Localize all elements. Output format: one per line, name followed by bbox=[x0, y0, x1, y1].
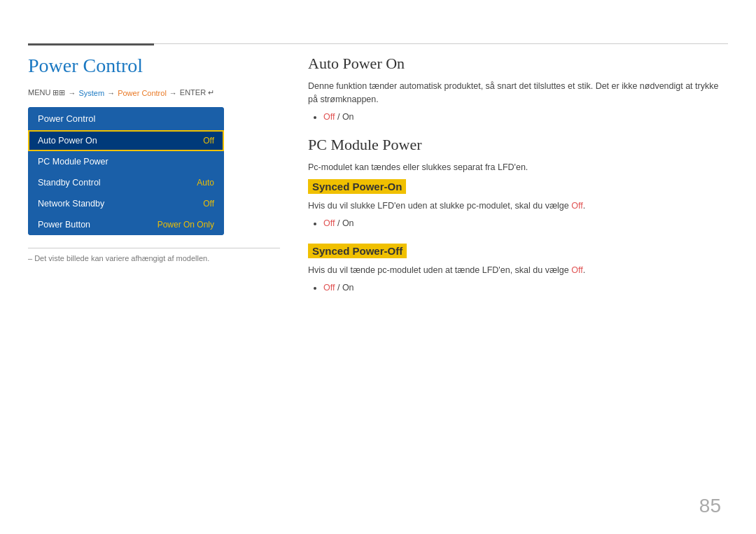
menu-item-power-button[interactable]: Power Button Power On Only bbox=[28, 214, 224, 235]
pc-module-power-title: PC Module Power bbox=[308, 136, 728, 154]
breadcrumb-enter: ENTER ↵ bbox=[180, 88, 214, 97]
auto-power-on-desc: Denne funktion tænder automatisk produkt… bbox=[308, 80, 728, 106]
synced-off-on: On bbox=[342, 283, 354, 293]
synced-on-sep: / bbox=[335, 218, 342, 228]
synced-on-off: Off bbox=[323, 218, 335, 228]
page-title: Power Control bbox=[28, 55, 280, 77]
off-text: Off bbox=[323, 112, 335, 122]
synced-power-off-bullet: Off / On bbox=[323, 283, 728, 293]
auto-power-on-title: Auto Power On bbox=[308, 55, 728, 73]
breadcrumb-menu: MENU ⊞⊞ bbox=[28, 88, 65, 97]
synced-power-on-desc: Hvis du vil slukke LFD'en uden at slukke… bbox=[308, 199, 728, 213]
menu-panel: Power Control Auto Power On Off PC Modul… bbox=[28, 107, 224, 235]
menu-item-standby-control[interactable]: Standby Control Auto bbox=[28, 172, 224, 193]
synced-power-on-bullets: Off / On bbox=[308, 218, 728, 228]
synced-power-off-bullets: Off / On bbox=[308, 283, 728, 293]
synced-power-off-desc: Hvis du vil tænde pc-modulet uden at tæn… bbox=[308, 264, 728, 277]
menu-item-network-standby[interactable]: Network Standby Off bbox=[28, 193, 224, 214]
menu-panel-title: Power Control bbox=[28, 107, 224, 130]
menu-item-power-button-label: Power Button bbox=[38, 220, 90, 230]
page-number: 85 bbox=[699, 495, 721, 517]
pc-module-power-desc: Pc-modulet kan tændes eller slukkes sepa… bbox=[308, 161, 728, 174]
synced-power-on-bullet: Off / On bbox=[323, 218, 728, 228]
menu-item-standby-value: Auto bbox=[197, 178, 214, 188]
menu-item-pc-module-power[interactable]: PC Module Power bbox=[28, 151, 224, 172]
auto-power-on-bullets: Off / On bbox=[308, 112, 728, 122]
synced-power-off-title: Synced Power-Off bbox=[308, 244, 407, 258]
menu-item-network-label: Network Standby bbox=[38, 199, 104, 209]
menu-item-power-button-value: Power On Only bbox=[158, 220, 214, 230]
synced-off-off-highlight: Off bbox=[571, 265, 582, 275]
auto-power-on-bullet: Off / On bbox=[323, 112, 728, 122]
sep-text: / bbox=[335, 112, 342, 122]
top-accent-line bbox=[28, 43, 154, 45]
synced-power-on-section: Synced Power-On Hvis du vil slukke LFD'e… bbox=[308, 179, 728, 228]
synced-on-on: On bbox=[342, 218, 354, 228]
footnote: – Det viste billede kan variere afhængig… bbox=[28, 248, 280, 262]
synced-off-sep: / bbox=[335, 283, 342, 293]
menu-item-network-value: Off bbox=[203, 199, 214, 209]
menu-item-auto-power-on-value: Off bbox=[203, 136, 214, 146]
breadcrumb-power-control: Power Control bbox=[118, 89, 167, 97]
right-column: Auto Power On Denne funktion tænder auto… bbox=[308, 55, 728, 308]
auto-power-on-off-on: Off / On bbox=[323, 112, 354, 122]
breadcrumb-arrow3: → bbox=[169, 89, 177, 97]
breadcrumb-arrow1: → bbox=[68, 89, 76, 97]
synced-power-off-section: Synced Power-Off Hvis du vil tænde pc-mo… bbox=[308, 244, 728, 293]
left-column: Power Control MENU ⊞⊞ → System → Power C… bbox=[28, 55, 280, 262]
menu-item-standby-label: Standby Control bbox=[38, 178, 101, 188]
menu-item-pc-module-label: PC Module Power bbox=[38, 157, 108, 167]
breadcrumb-arrow2: → bbox=[107, 89, 115, 97]
synced-power-on-title: Synced Power-On bbox=[308, 179, 406, 194]
breadcrumb: MENU ⊞⊞ → System → Power Control → ENTER… bbox=[28, 88, 280, 97]
breadcrumb-system: System bbox=[78, 89, 104, 97]
synced-on-off-on: Off / On bbox=[323, 218, 354, 228]
on-text: On bbox=[342, 112, 354, 122]
menu-item-auto-power-on-label: Auto Power On bbox=[38, 136, 97, 146]
synced-off-off-on: Off / On bbox=[323, 283, 354, 293]
synced-on-off-highlight: Off bbox=[571, 201, 582, 211]
synced-off-off: Off bbox=[323, 283, 335, 293]
menu-item-auto-power-on[interactable]: Auto Power On Off bbox=[28, 130, 224, 151]
